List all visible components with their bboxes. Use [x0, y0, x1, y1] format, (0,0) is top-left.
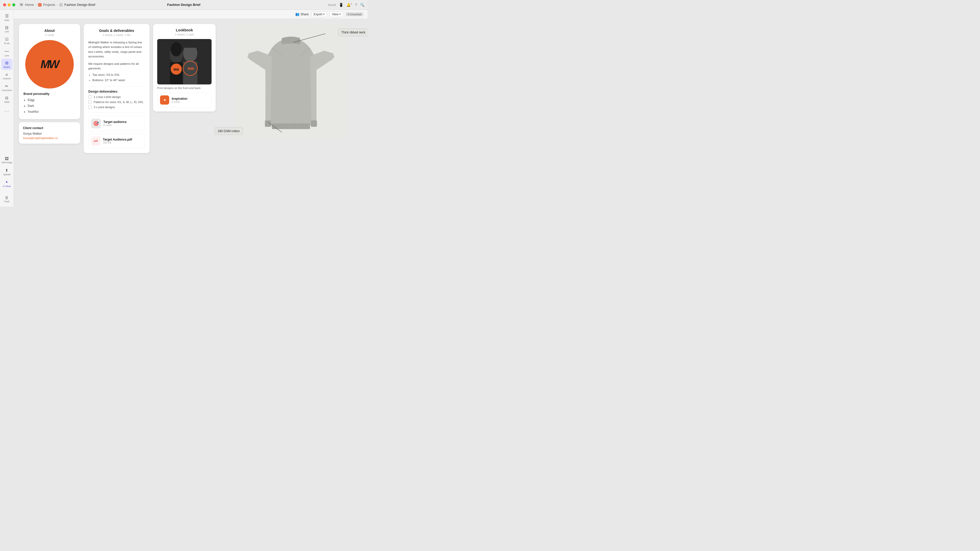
svg-text:MW: MW: [188, 67, 194, 71]
doc-icon: [59, 3, 63, 6]
sweater-section: Thick ribbed neck 180 GSM cotton: [219, 24, 363, 139]
deliverables-title: Design deliverables:: [88, 90, 145, 94]
lookbook-photo: MW MW: [157, 39, 212, 84]
brand-personality-title: Brand personality: [24, 92, 76, 96]
link-icon: ⛓: [5, 25, 9, 30]
ta-sub: 0 cards: [103, 124, 127, 127]
target-audience-item[interactable]: 🎯 Target audience 0 cards: [88, 116, 145, 131]
board-icon: ⊞: [5, 60, 8, 65]
goals-subtitle: 1 board, 2 cards, 1 file: [88, 33, 145, 37]
breadcrumb: M Home › Projects › Fashion Design Brief: [19, 3, 95, 7]
share-button[interactable]: 👥 Share: [295, 12, 309, 16]
pdf-title: Target Audience.pdf: [103, 138, 132, 141]
trait-edgy: Edgy: [27, 97, 76, 103]
client-name: Sonya Walker: [23, 132, 76, 135]
pdf-icon: pdf: [91, 137, 100, 146]
projects-icon: [38, 3, 41, 6]
target-audience-icon: 🎯: [91, 119, 101, 128]
maximize-button[interactable]: [12, 3, 15, 6]
help-icon[interactable]: ?: [355, 3, 357, 7]
saved-text: Saved: [328, 3, 336, 6]
pdf-text: Target Audience.pdf 348 KB: [103, 138, 132, 144]
notification-badge[interactable]: 🔔0: [346, 3, 352, 7]
todo-icon: ☑: [5, 37, 8, 41]
tool-trash[interactable]: 🗑 Trash: [1, 193, 13, 205]
deliverable-label-1: 1 x box t-shirt design: [94, 95, 121, 98]
brand-personality: Brand personality Edgy Dark Youthful: [24, 92, 76, 114]
tool-column[interactable]: ≡ Column: [1, 70, 13, 82]
goals-title: Goals & deliverables: [88, 29, 145, 33]
tool-comment[interactable]: ✏ Comment: [1, 82, 13, 94]
client-contact-card: Client contact Sonya Walker sonya@mightn…: [19, 122, 80, 144]
deliverable-label-3: 3 x print designs: [94, 106, 115, 109]
goals-requirements: We require designs and patterns for all …: [88, 62, 145, 71]
svg-rect-23: [272, 124, 310, 129]
annotation-thick-ribbed: Thick ribbed neck: [338, 29, 368, 36]
more-icon: ···: [4, 109, 9, 114]
tool-note[interactable]: Note: [1, 12, 13, 23]
export-button[interactable]: Export ▾: [311, 11, 327, 17]
minimize-button[interactable]: [8, 3, 11, 6]
checkbox-1[interactable]: [88, 95, 92, 99]
model-photo-svg: MW MW: [157, 39, 212, 84]
deliverable-3: 3 x print designs: [88, 106, 145, 109]
tool-table[interactable]: ⊟ Table: [1, 94, 13, 105]
annotation-gsm-cotton: 180 GSM cotton: [215, 127, 243, 135]
about-column: About 2 cards MW Brand personality Edgy …: [19, 24, 80, 144]
about-subtitle: 2 cards: [24, 33, 76, 37]
sweater-image-area: Thick ribbed neck 180 GSM cotton: [235, 24, 347, 139]
projects-label[interactable]: Projects: [43, 3, 55, 6]
brand-logo-circle: MW: [25, 40, 74, 89]
search-icon[interactable]: 🔍: [360, 3, 364, 7]
brand-traits-list: Edgy Dark Youthful: [24, 97, 76, 114]
ta-title: Target audience: [103, 120, 127, 124]
comment-icon: ✏: [5, 84, 8, 89]
goals-card: Goals & deliverables 1 board, 2 cards, 1…: [84, 24, 150, 153]
lookbook-column: Lookbook 1 board, 1 card MW: [153, 24, 216, 111]
tool-more[interactable]: ···: [1, 106, 13, 117]
close-button[interactable]: [3, 3, 6, 6]
goals-description: Midnight Walker is releasing a Spring li…: [88, 40, 145, 59]
view-button[interactable]: View ▾: [329, 11, 343, 17]
note-icon: [5, 14, 9, 18]
tool-line[interactable]: — Line: [1, 47, 13, 58]
svg-text:MW: MW: [173, 68, 179, 71]
pdf-item[interactable]: pdf Target Audience.pdf 348 KB: [88, 134, 145, 148]
svg-rect-11: [186, 42, 195, 47]
tool-board[interactable]: ⊞ Board: [1, 59, 13, 70]
trait-dark: Dark: [27, 103, 76, 109]
goals-bullets-list: Top sizes: XS to XXL Bottoms: 22" to 40"…: [88, 72, 145, 83]
target-audience-text: Target audience 0 cards: [103, 120, 127, 127]
breadcrumb-sep: ›: [35, 3, 37, 6]
tool-ai-ideas[interactable]: ✦ AI Ideas: [1, 178, 13, 189]
goals-column: Goals & deliverables 1 board, 2 cards, 1…: [84, 24, 150, 153]
client-email[interactable]: sonya@mightnightwalker.co: [23, 137, 76, 140]
unsorted-badge: 0 Unsorted: [345, 12, 363, 16]
tool-link[interactable]: ⛓ Link: [1, 24, 13, 35]
checkbox-3[interactable]: [88, 106, 92, 109]
trash-icon: 🗑: [5, 195, 9, 200]
page-title: Fashion Design Brief: [167, 3, 200, 6]
breadcrumb-sep2: ›: [57, 3, 58, 6]
tool-upload[interactable]: ⬆ Upload: [1, 166, 13, 178]
inspiration-title: Inspiration: [172, 97, 187, 100]
sweater-svg: [235, 24, 347, 139]
checkbox-2[interactable]: [88, 100, 92, 104]
home-label[interactable]: Home: [25, 3, 34, 6]
upload-icon: ⬆: [5, 168, 8, 173]
print-description: Print designs on the front and back: [157, 86, 212, 89]
inspiration-sub: 0 cards: [172, 100, 187, 103]
lookbook-title: Lookbook: [157, 28, 212, 32]
tool-todo[interactable]: ☑ To-do: [1, 35, 13, 46]
column-icon: ≡: [6, 73, 8, 77]
export-chevron-icon: ▾: [323, 13, 325, 16]
bullet-sizes: Top sizes: XS to XXL: [92, 72, 145, 78]
client-title: Client contact: [23, 126, 76, 130]
inspiration-text: Inspiration 0 cards: [172, 97, 187, 103]
tool-add-image[interactable]: 🖼 Add image: [1, 155, 13, 166]
divider1: [88, 86, 145, 87]
add-image-icon: 🖼: [5, 156, 9, 161]
lookbook-subtitle: 1 board, 1 card: [157, 33, 212, 36]
inspiration-item[interactable]: ✦ Inspiration 0 cards: [157, 93, 212, 107]
home-icon: M: [19, 3, 24, 7]
